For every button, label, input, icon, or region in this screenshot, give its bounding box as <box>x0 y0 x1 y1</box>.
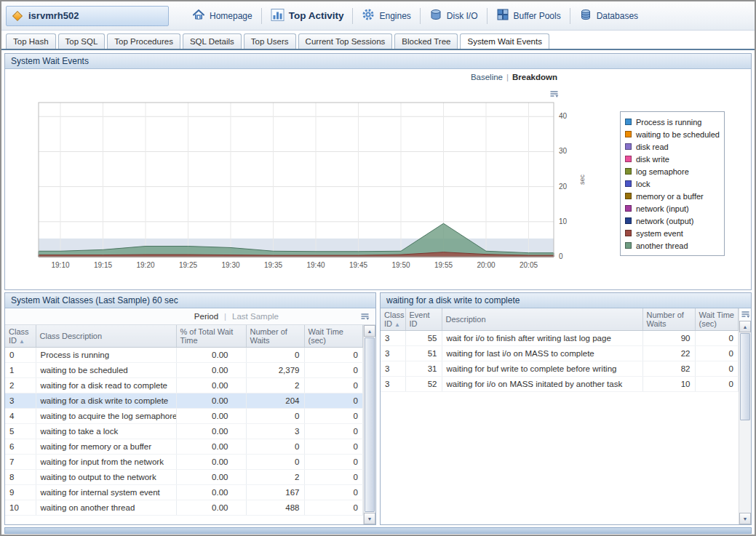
tab-blocked-tree[interactable]: Blocked Tree <box>394 33 458 49</box>
column-header-wait-time[interactable]: Wait Time (sec) <box>695 308 739 330</box>
nav-item-homepage[interactable]: Homepage <box>183 8 261 23</box>
column-header-description[interactable]: Description <box>442 308 642 330</box>
nav-item-buffer-pools[interactable]: Buffer Pools <box>488 8 570 23</box>
table-row[interactable]: 9waiting for internal system event0.0016… <box>5 484 363 500</box>
tab-current-top-sessions[interactable]: Current Top Sessions <box>298 33 393 49</box>
cell-class-description: waiting for internal system event <box>36 484 176 500</box>
cell-event-id: 55 <box>405 330 442 345</box>
svg-text:40: 40 <box>559 112 568 120</box>
table-row[interactable]: 6waiting for memory or a buffer0.0000 <box>5 439 363 454</box>
cell-class-id: 9 <box>5 484 36 500</box>
table-row[interactable]: 8waiting to output to the network0.0020 <box>5 469 363 484</box>
cell-pct-total-wait-time: 0.00 <box>176 469 246 484</box>
tab-sql-details[interactable]: SQL Details <box>183 33 242 49</box>
wait-classes-grid: Class ID ▲ Class Description % of Total … <box>5 325 375 524</box>
cell-wait-time: 0 <box>304 500 363 515</box>
tab-top-users[interactable]: Top Users <box>244 33 296 49</box>
table-row[interactable]: 3waiting for a disk write to complete0.0… <box>5 393 363 408</box>
legend-label: another thread <box>636 241 688 250</box>
baseline-link[interactable]: Baseline <box>471 73 503 81</box>
cell-wait-time: 0 <box>304 408 363 423</box>
options-menu-icon[interactable] <box>360 312 370 321</box>
vertical-scrollbar[interactable]: ▲ ▼ <box>363 325 375 524</box>
svg-text:19:30: 19:30 <box>221 261 239 269</box>
column-header-wait-time[interactable]: Wait Time (sec) <box>304 325 363 347</box>
nav-label: Engines <box>379 11 410 21</box>
table-row[interactable]: 2waiting for a disk read to complete0.00… <box>5 377 363 393</box>
cell-class-id: 1 <box>5 362 36 377</box>
panel-title: System Wait Events <box>5 54 751 69</box>
period-value-dropdown[interactable]: Last Sample <box>232 312 279 321</box>
column-header-pct-total-wait-time[interactable]: % of Total Wait Time <box>176 325 246 347</box>
table-row[interactable]: 0Process is running0.0000 <box>5 347 363 362</box>
cell-number-of-waits: 2 <box>246 469 304 484</box>
legend-swatch-icon <box>625 230 632 236</box>
cell-class-description: waiting for a disk read to complete <box>36 377 176 393</box>
cell-number-of-waits: 488 <box>246 500 304 515</box>
scroll-up-button[interactable]: ▲ <box>364 325 375 337</box>
column-header-class-description[interactable]: Class Description <box>36 325 176 347</box>
cell-number-of-waits: 90 <box>642 330 695 345</box>
table-row[interactable]: 4waiting to acquire the log semaphore0.0… <box>5 408 363 423</box>
table-row[interactable]: 1waiting to be scheduled0.002,3790 <box>5 362 363 377</box>
tab-top-procedures[interactable]: Top Procedures <box>107 33 180 49</box>
column-header-class-id[interactable]: Class ID ▲ <box>381 308 405 330</box>
legend-label: lock <box>636 180 650 188</box>
bottom-splitter-bar[interactable] <box>4 527 752 534</box>
svg-text:19:40: 19:40 <box>306 261 325 269</box>
table-row[interactable]: 7waiting for input from the network0.000… <box>5 454 363 469</box>
cell-class-id: 0 <box>5 347 36 362</box>
svg-text:20: 20 <box>559 183 568 191</box>
legend-item: disk read <box>625 140 720 153</box>
table-row[interactable]: 10waiting on another thread0.004880 <box>5 500 363 515</box>
legend-item: network (output) <box>625 215 720 227</box>
column-header-event-id[interactable]: Event ID <box>405 308 442 330</box>
scrollbar-thumb[interactable] <box>740 333 750 420</box>
breakdown-link[interactable]: Breakdown <box>512 73 557 81</box>
table-row[interactable]: 352waiting for i/o on MASS initated by a… <box>381 376 739 391</box>
nav-item-databases[interactable]: Databases <box>570 8 647 23</box>
legend-swatch-icon <box>625 193 632 199</box>
svg-text:19:55: 19:55 <box>434 261 453 269</box>
legend-item: log semaphore <box>625 165 720 177</box>
nav-item-top-activity[interactable]: Top Activity <box>262 8 353 24</box>
scroll-down-button[interactable]: ▼ <box>739 513 751 524</box>
column-header-number-of-waits[interactable]: Number of Waits <box>642 308 695 330</box>
server-selector[interactable]: isrvmrh502 <box>6 6 169 26</box>
cell-class-description: waiting for memory or a buffer <box>36 439 176 454</box>
cell-wait-time: 0 <box>304 393 363 408</box>
options-menu-icon[interactable] <box>741 310 750 319</box>
wait-classes-table: Class ID ▲ Class Description % of Total … <box>5 325 363 516</box>
panel-title: waiting for a disk write to complete <box>381 293 751 308</box>
tab-top-hash[interactable]: Top Hash <box>6 33 56 49</box>
column-header-number-of-waits[interactable]: Number of Waits <box>246 325 304 347</box>
cell-number-of-waits: 0 <box>246 439 304 454</box>
server-name: isrvmrh502 <box>28 10 79 21</box>
scrollbar-track[interactable] <box>364 337 375 513</box>
nav-item-disk-io[interactable]: Disk I/O <box>421 8 487 23</box>
tab-top-sql[interactable]: Top SQL <box>58 33 106 49</box>
cell-class-id: 3 <box>381 330 405 345</box>
cell-class-description: waiting to acquire the log semaphore <box>36 408 176 423</box>
scroll-up-button[interactable]: ▲ <box>739 321 751 332</box>
tab-system-wait-events[interactable]: System Wait Events <box>460 33 549 49</box>
scroll-down-button[interactable]: ▼ <box>364 513 375 524</box>
legend-item: lock <box>625 177 720 190</box>
scrollbar-track[interactable] <box>739 332 751 513</box>
table-row[interactable]: 351waiting for last i/o on MASS to compl… <box>381 345 739 361</box>
table-row[interactable]: 5waiting to take a lock0.0030 <box>5 423 363 439</box>
nav-item-engines[interactable]: Engines <box>353 8 419 23</box>
svg-text:19:10: 19:10 <box>51 261 69 269</box>
wait-events-chart[interactable]: 19:1019:1519:2019:2519:3019:3519:4019:45… <box>7 95 589 277</box>
sort-asc-icon: ▲ <box>394 321 400 328</box>
cell-wait-time: 0 <box>304 362 363 377</box>
column-header-class-id[interactable]: Class ID ▲ <box>5 325 36 347</box>
vertical-scrollbar[interactable]: ▲ ▼ <box>739 308 751 524</box>
cell-pct-total-wait-time: 0.00 <box>176 393 246 408</box>
table-row[interactable]: 331waiting for buf write to complete bef… <box>381 361 739 376</box>
scrollbar-thumb[interactable] <box>365 337 375 512</box>
cell-class-id: 10 <box>5 500 36 515</box>
table-row[interactable]: 355wait for i/o to finish after writing … <box>381 330 739 345</box>
buffer-grid-icon <box>496 8 509 23</box>
chart-area: Baseline|Breakdown 19:1019:1519:2019:251… <box>5 69 751 289</box>
